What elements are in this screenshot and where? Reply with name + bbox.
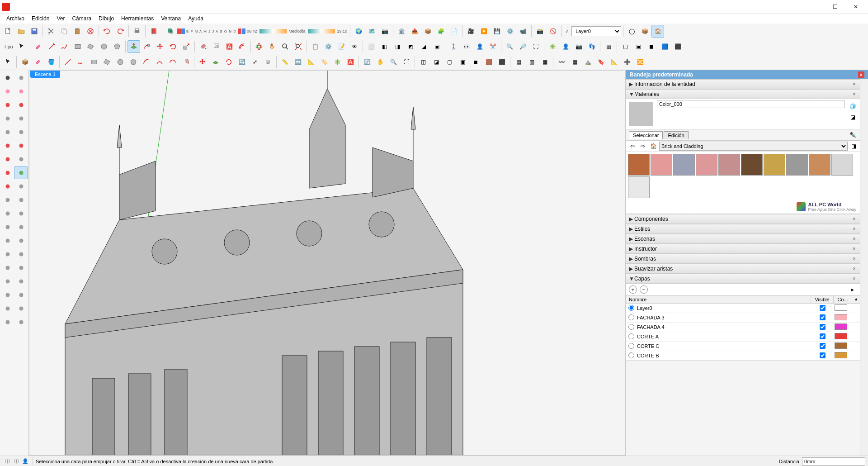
- material-swatch[interactable]: [696, 154, 717, 176]
- menu-cámara[interactable]: Cámara: [68, 14, 95, 23]
- followme-tool[interactable]: [14, 180, 28, 193]
- panel-layers[interactable]: ▼Capas×: [626, 274, 860, 284]
- viewport[interactable]: Escena 1: [29, 70, 626, 456]
- material-tab-select[interactable]: Seleccionar: [629, 131, 663, 139]
- layer-color-swatch[interactable]: [835, 304, 847, 311]
- rotate-tool-2[interactable]: [222, 56, 235, 68]
- video-save-button[interactable]: 💾: [491, 25, 503, 38]
- material-swatch[interactable]: [628, 154, 650, 176]
- menu-archivo[interactable]: Archivo: [3, 14, 28, 23]
- material-tab-edit[interactable]: Edición: [664, 131, 688, 139]
- menu-dibujo[interactable]: Dibujo: [95, 14, 118, 23]
- move-tool[interactable]: [154, 40, 166, 53]
- panel-instructor[interactable]: ▶Instructor×: [626, 244, 860, 254]
- menu-edición[interactable]: Edición: [28, 14, 53, 23]
- tape-measure-tool[interactable]: 📏: [278, 56, 291, 68]
- shadow-timeline[interactable]: E F M A M J J A S O N D 06:42 Mediodía 1…: [177, 28, 348, 35]
- monochrome-button[interactable]: ⬛: [495, 56, 508, 68]
- layer-row[interactable]: Layer0: [626, 304, 860, 313]
- style-wireframe-button[interactable]: ▢: [619, 40, 632, 53]
- eraser-tool[interactable]: [32, 40, 45, 53]
- pan-tool-2[interactable]: ✋: [374, 56, 387, 68]
- forward-button[interactable]: ⇨: [638, 142, 647, 151]
- add-layer-button[interactable]: +: [629, 285, 637, 294]
- circle-tool[interactable]: [1, 125, 14, 138]
- dimension-tool[interactable]: ↔️: [292, 56, 304, 68]
- material-name-input[interactable]: [657, 100, 844, 108]
- layer-active-radio[interactable]: [628, 352, 634, 358]
- axes-tool[interactable]: [1, 234, 14, 247]
- 3d-text-tool-2[interactable]: 🅰️: [344, 56, 357, 68]
- select-tool-2[interactable]: [2, 56, 14, 68]
- maximize-button[interactable]: ☐: [825, 0, 845, 14]
- rotate-tool[interactable]: [1, 180, 14, 193]
- eraser-tool-2[interactable]: [32, 56, 44, 68]
- rectangle-tool-2[interactable]: [88, 56, 100, 68]
- layer-visible-checkbox[interactable]: [820, 343, 826, 349]
- layer-visible-checkbox[interactable]: [820, 314, 826, 320]
- layer-visible-checkbox[interactable]: [820, 333, 826, 339]
- style-mono-button[interactable]: ⬛: [671, 40, 684, 53]
- line-tool[interactable]: [1, 98, 14, 111]
- menu-ayuda[interactable]: Ayuda: [184, 14, 207, 23]
- backedges-button[interactable]: ◪: [430, 56, 443, 68]
- zoom-all-tool[interactable]: ⛶: [529, 40, 542, 53]
- measurement-input[interactable]: [802, 457, 865, 466]
- sandbox-smoove[interactable]: ⛰️: [581, 56, 594, 68]
- zoomext-tool[interactable]: [14, 261, 28, 274]
- protractor-tool[interactable]: 📐: [305, 56, 317, 68]
- make-component-button[interactable]: 📦: [19, 56, 31, 68]
- person-icon[interactable]: 👤: [559, 40, 572, 53]
- panel-components[interactable]: ▶Componentes×: [626, 214, 860, 224]
- polygon-tool[interactable]: [14, 125, 28, 138]
- orbit-icon-button[interactable]: ◯: [625, 25, 638, 38]
- create-material-button[interactable]: 🧊: [848, 102, 857, 111]
- material-swatch[interactable]: [673, 154, 695, 176]
- circle-tool-2[interactable]: [114, 56, 127, 68]
- solid-subtract-button[interactable]: ◨: [391, 40, 404, 53]
- axes-tool[interactable]: ✳️: [546, 40, 559, 53]
- layers-menu-button[interactable]: ▸: [848, 285, 857, 294]
- panel-shadows[interactable]: ▶Sombras×: [626, 254, 860, 264]
- person-status-icon[interactable]: ⓘ: [12, 457, 21, 466]
- section-plane-button[interactable]: ✂️: [486, 40, 499, 53]
- component-attributes-button[interactable]: 📝: [335, 40, 348, 53]
- warehouse-get-button[interactable]: 🏛️: [395, 25, 408, 38]
- rotated-rect-tool[interactable]: [85, 40, 97, 53]
- offset-tool[interactable]: [14, 193, 28, 206]
- shadows-toggle[interactable]: [164, 25, 177, 38]
- polygon-tool[interactable]: [111, 40, 123, 53]
- cut-button[interactable]: [45, 25, 57, 38]
- panel-scenes[interactable]: ▶Escenas×: [626, 234, 860, 244]
- 3d-text-tool[interactable]: 🅰️: [223, 40, 236, 53]
- section-display-tool[interactable]: ▥: [525, 56, 538, 68]
- footprints-tool[interactable]: [1, 315, 14, 328]
- eye-button[interactable]: 👁: [348, 40, 361, 53]
- rotate-tool[interactable]: [167, 40, 179, 53]
- zoom-tool[interactable]: [1, 261, 14, 274]
- paste-button[interactable]: [71, 25, 84, 38]
- layer-active-radio[interactable]: [628, 343, 634, 349]
- solid-union-button[interactable]: ⬜: [365, 40, 377, 53]
- iso-button[interactable]: 📦: [638, 25, 651, 38]
- layer-row[interactable]: CORTE C: [626, 342, 860, 351]
- layer-visible-checkbox[interactable]: [820, 305, 826, 311]
- arc-tool[interactable]: [1, 139, 14, 152]
- section-cuts-tool[interactable]: ▦: [538, 56, 551, 68]
- zoom-tool[interactable]: [279, 40, 292, 53]
- solid-trim-button[interactable]: ◩: [404, 40, 417, 53]
- material-swatch[interactable]: [741, 154, 763, 176]
- panel-soften[interactable]: ▶Suavizar aristas×: [626, 264, 860, 274]
- menu-ver[interactable]: Ver: [53, 14, 68, 23]
- scale-tool-2[interactable]: ⤢: [249, 56, 261, 68]
- zoom-selection-tool[interactable]: 🔎: [516, 40, 529, 53]
- panel-materials[interactable]: ▼Materiales×: [626, 89, 860, 99]
- layer-dropdown[interactable]: Layer0: [571, 26, 621, 36]
- text-tool[interactable]: A1: [210, 40, 222, 53]
- orbit-tool[interactable]: [1, 247, 14, 261]
- sandbox-from-scratch[interactable]: ▦: [568, 56, 581, 68]
- material-swatch[interactable]: [786, 154, 808, 176]
- panel-styles[interactable]: ▶Estilos×: [626, 224, 860, 234]
- pushpull-tool[interactable]: [14, 166, 28, 179]
- section-display-button[interactable]: ▦: [602, 40, 615, 53]
